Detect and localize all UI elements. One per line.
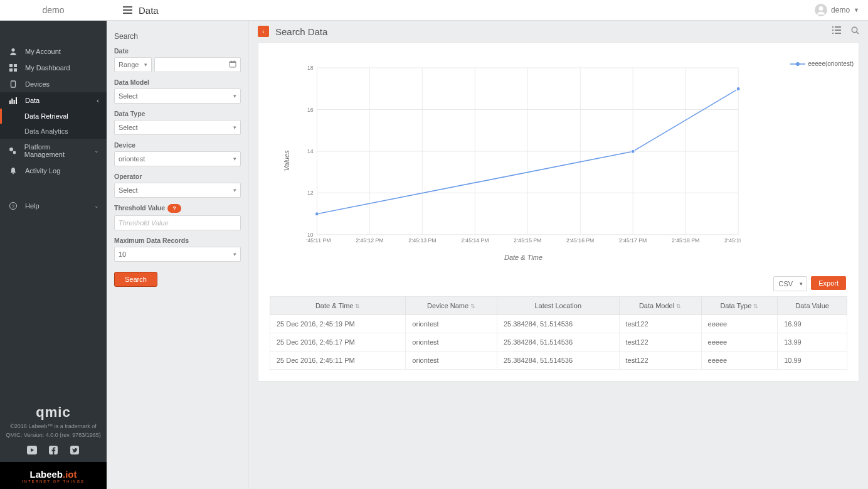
sidebar-subitem-data-analytics[interactable]: Data Analytics: [0, 124, 107, 139]
table-cell: test122: [619, 315, 701, 333]
threshold-input[interactable]: [114, 215, 241, 230]
svg-point-65: [315, 212, 319, 216]
table-cell: eeeee: [701, 333, 778, 352]
device-label: Device: [114, 141, 241, 149]
table-cell: 25 Dec 2016, 2:45:19 PM: [270, 315, 406, 333]
sidebar-item-label: Devices: [25, 80, 50, 88]
sidebar-item-label: Activity Log: [25, 167, 60, 175]
avatar-icon: [815, 4, 827, 16]
table-header: Latest Location: [497, 297, 619, 315]
svg-point-15: [9, 148, 13, 151]
svg-text:2:45:13 PM: 2:45:13 PM: [408, 237, 436, 244]
sidebar-subitem-data-retrieval[interactable]: Data Retrieval: [0, 109, 107, 124]
export-button[interactable]: Export: [811, 276, 846, 290]
svg-rect-10: [11, 81, 16, 87]
table-header[interactable]: Data Model⇅: [619, 297, 701, 315]
svg-text:2:45:19 PM: 2:45:19 PM: [724, 237, 741, 244]
brand-logo: demo: [0, 5, 107, 15]
legend-swatch-icon: [790, 61, 805, 67]
svg-text:2:45:14 PM: 2:45:14 PM: [461, 237, 489, 244]
sidebar-item-activity-log[interactable]: Activity Log: [0, 163, 107, 179]
menu-toggle-icon[interactable]: [123, 6, 132, 14]
table-cell: 25.384284, 51.514536: [497, 333, 619, 352]
svg-rect-13: [14, 100, 15, 104]
table-row[interactable]: 25 Dec 2016, 2:45:11 PMoriontest25.38428…: [270, 352, 847, 370]
table-header[interactable]: Date & Time⇅: [270, 297, 406, 315]
table-row[interactable]: 25 Dec 2016, 2:45:17 PMoriontest25.38428…: [270, 333, 847, 352]
sidebar-subnav-data: Data Retrieval Data Analytics: [0, 109, 107, 139]
list-view-icon[interactable]: [832, 26, 841, 36]
chart-plot-area[interactable]: 10121416182:45:11 PM2:45:12 PM2:45:13 PM…: [306, 64, 741, 249]
search-button[interactable]: Search: [114, 272, 157, 287]
results-table: Date & Time⇅Device Name⇅Latest LocationD…: [270, 296, 847, 370]
operator-select[interactable]: Select▾: [114, 183, 241, 198]
export-format-select[interactable]: CSV▾: [773, 276, 808, 291]
caret-down-icon: ▾: [233, 124, 236, 131]
svg-point-17: [13, 173, 14, 175]
chart-icon: [8, 97, 19, 104]
grid-icon: [8, 64, 19, 72]
chart: Values eeeee(oriontest) 10121416182:45:1…: [270, 54, 847, 267]
topbar: demo Data demo ▼: [0, 0, 868, 21]
caret-down-icon: ▾: [800, 281, 803, 287]
help-icon: ?: [8, 202, 19, 210]
sidebar: My Account My Dashboard Devices Data ‹ D…: [0, 21, 107, 489]
back-button[interactable]: ‹: [258, 26, 269, 37]
sort-icon: ⇅: [753, 303, 758, 309]
table-header[interactable]: Data Type⇅: [701, 297, 778, 315]
bell-icon: [8, 167, 19, 175]
search-panel-title: Search: [114, 32, 241, 41]
device-select[interactable]: oriontest▾: [114, 151, 241, 166]
threshold-label: Threshold Value?: [114, 204, 241, 213]
help-badge-icon[interactable]: ?: [167, 204, 181, 213]
export-row: CSV▾ Export: [270, 276, 847, 291]
svg-rect-14: [16, 97, 17, 104]
facebook-icon[interactable]: [48, 444, 59, 456]
sidebar-item-platform-management[interactable]: Platform Management ⌄: [0, 139, 107, 163]
data-type-select[interactable]: Select▾: [114, 120, 241, 135]
date-range-input[interactable]: [154, 57, 241, 72]
sidebar-item-data[interactable]: Data ‹: [0, 92, 107, 109]
sidebar-item-help[interactable]: ? Help ⌄: [0, 198, 107, 214]
twitter-icon[interactable]: [69, 444, 80, 456]
sidebar-item-label: Help: [25, 202, 40, 210]
table-cell: eeeee: [701, 352, 778, 370]
svg-rect-26: [234, 61, 235, 63]
svg-rect-25: [231, 61, 231, 63]
date-mode-select[interactable]: Range▾: [114, 57, 152, 72]
data-model-select[interactable]: Select▾: [114, 89, 241, 104]
legend-label: eeeee(oriontest): [808, 60, 854, 67]
page-title: Search Data: [275, 26, 327, 37]
chevron-down-icon: ⌄: [94, 148, 99, 154]
caret-down-icon: ▾: [144, 62, 147, 68]
sidebar-item-my-account[interactable]: My Account: [0, 43, 107, 60]
sidebar-item-my-dashboard[interactable]: My Dashboard: [0, 60, 107, 76]
table-row[interactable]: 25 Dec 2016, 2:45:19 PMoriontest25.38428…: [270, 315, 847, 333]
sidebar-subitem-label: Data Analytics: [24, 127, 68, 135]
table-header[interactable]: Device Name⇅: [406, 297, 497, 315]
svg-point-5: [11, 48, 14, 51]
table-cell: 25 Dec 2016, 2:45:17 PM: [270, 333, 406, 352]
svg-rect-24: [230, 62, 236, 63]
search-icon[interactable]: [851, 26, 859, 36]
footer-line-1: ©2016 Labeeb™ is a trademark of: [4, 422, 103, 431]
youtube-icon[interactable]: [26, 444, 38, 456]
user-icon: [8, 48, 19, 55]
svg-text:18: 18: [307, 65, 314, 71]
max-records-select[interactable]: 10▾: [114, 247, 241, 262]
data-model-label: Data Model: [114, 78, 241, 86]
table-cell: test122: [619, 352, 701, 370]
svg-rect-12: [11, 99, 13, 104]
svg-rect-1: [123, 9, 132, 11]
svg-text:2:45:15 PM: 2:45:15 PM: [514, 237, 541, 244]
svg-rect-27: [832, 26, 834, 28]
svg-text:2:45:12 PM: 2:45:12 PM: [356, 237, 383, 244]
user-menu[interactable]: demo ▼: [815, 0, 859, 20]
svg-text:2:45:18 PM: 2:45:18 PM: [672, 237, 699, 244]
sort-icon: ⇅: [355, 303, 360, 309]
caret-down-icon: ▾: [233, 187, 236, 193]
svg-rect-11: [9, 100, 11, 104]
table-cell: oriontest: [406, 333, 497, 352]
max-records-label: Maximum Data Records: [114, 237, 241, 244]
sidebar-item-devices[interactable]: Devices: [0, 76, 107, 92]
